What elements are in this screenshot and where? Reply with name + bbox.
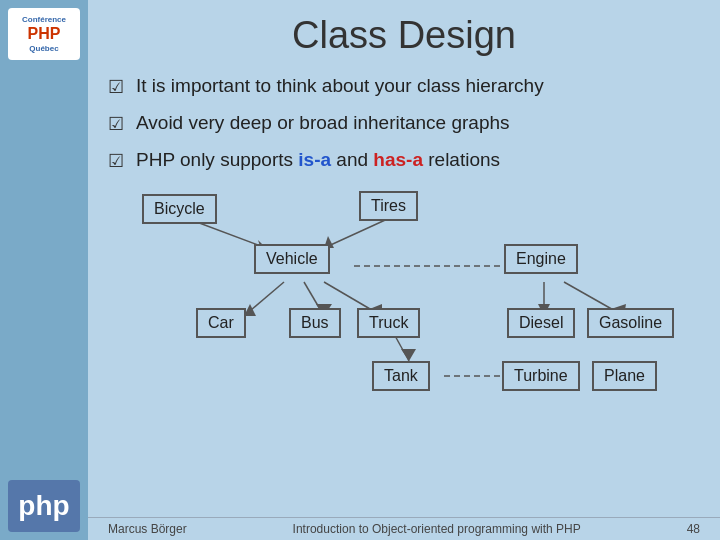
tires-node: Tires xyxy=(359,191,418,221)
truck-node: Truck xyxy=(357,308,420,338)
footer: Marcus Börger Introduction to Object-ori… xyxy=(88,517,720,540)
page-title: Class Design xyxy=(108,14,700,57)
svg-marker-7 xyxy=(244,304,256,316)
conference-logo: Conférence PHP Québec xyxy=(8,8,80,60)
bus-node: Bus xyxy=(289,308,341,338)
turbine-node: Turbine xyxy=(502,361,580,391)
bicycle-node: Bicycle xyxy=(142,194,217,224)
bullet-text-3: PHP only supports is-a and has-a relatio… xyxy=(136,149,500,171)
tank-node: Tank xyxy=(372,361,430,391)
footer-page: 48 xyxy=(687,522,700,536)
bullet-prefix: PHP only supports xyxy=(136,149,298,170)
footer-description: Introduction to Object-oriented programm… xyxy=(293,522,581,536)
gasoline-node: Gasoline xyxy=(587,308,674,338)
has-a-text: has-a xyxy=(373,149,423,170)
bullet-list: ☑ It is important to think about your cl… xyxy=(108,75,700,172)
bullet-item-3: ☑ PHP only supports is-a and has-a relat… xyxy=(108,149,700,172)
plane-node: Plane xyxy=(592,361,657,391)
bullet-item-2: ☑ Avoid very deep or broad inheritance g… xyxy=(108,112,700,135)
bullet-item-1: ☑ It is important to think about your cl… xyxy=(108,75,700,98)
bullet-text-2: Avoid very deep or broad inheritance gra… xyxy=(136,112,510,134)
sidebar: Conférence PHP Québec php xyxy=(0,0,88,540)
php-logo: php xyxy=(8,480,80,532)
car-node: Car xyxy=(196,308,246,338)
logo-quebec-text: Québec xyxy=(22,44,66,54)
checkmark-icon-3: ☑ xyxy=(108,150,124,172)
vehicle-node: Vehicle xyxy=(254,244,330,274)
is-a-text: is-a xyxy=(298,149,331,170)
class-diagram: Bicycle Tires Vehicle Engine Car Bus Tru… xyxy=(114,186,694,396)
diesel-node: Diesel xyxy=(507,308,575,338)
bullet-suffix: relations xyxy=(423,149,500,170)
bullet-text-1: It is important to think about your clas… xyxy=(136,75,544,97)
svg-marker-17 xyxy=(401,349,416,361)
logo-php-text: PHP xyxy=(22,24,66,43)
footer-author: Marcus Börger xyxy=(108,522,187,536)
checkmark-icon-2: ☑ xyxy=(108,113,124,135)
bullet-middle: and xyxy=(331,149,373,170)
engine-node: Engine xyxy=(504,244,578,274)
checkmark-icon-1: ☑ xyxy=(108,76,124,98)
main-content: Class Design ☑ It is important to think … xyxy=(88,0,720,540)
logo-conference-text: Conférence xyxy=(22,15,66,25)
